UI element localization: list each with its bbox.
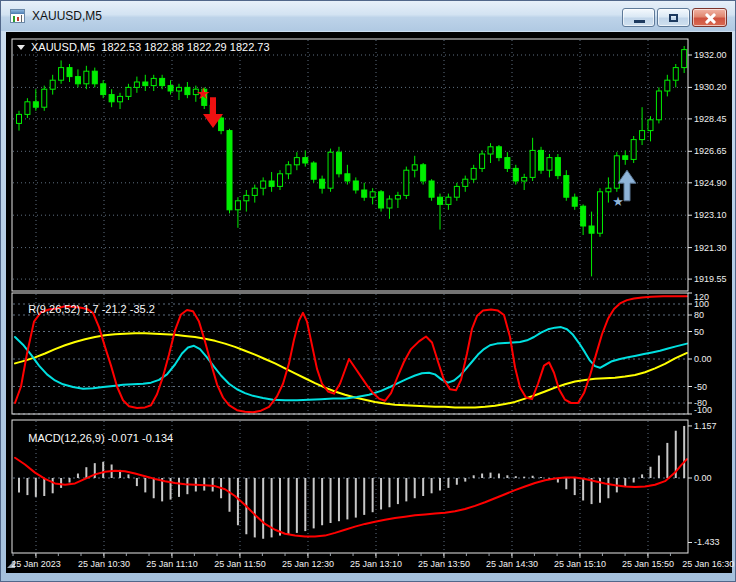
macd-label: MACD(12,26,9) -0.071 -0.134: [16, 423, 173, 453]
oscillator-axis-label: -50: [694, 382, 707, 392]
info-open: 1822.53: [101, 41, 141, 53]
info-symbol: XAUUSD,M5: [31, 41, 95, 53]
restore-icon: [669, 14, 678, 22]
price-axis-label: 1930.20: [694, 82, 727, 92]
close-button[interactable]: [692, 8, 727, 27]
info-close: 1822.73: [230, 41, 270, 53]
oscillator-axis-label: 100: [694, 299, 709, 309]
time-axis-label: 25 Jan 12:30: [282, 559, 334, 569]
price-axis-label: 1928.45: [694, 114, 727, 124]
time-axis-label: 25 Jan 15:10: [554, 559, 606, 569]
price-axis-label: 1919.55: [694, 274, 727, 284]
time-axis-label: 25 Jan 10:30: [78, 559, 130, 569]
window-titlebar[interactable]: XAUUSD,M5: [1, 1, 735, 31]
time-axis-label: 25 Jan 2023: [11, 559, 61, 569]
oscillator-label: R(9,26,52) 1.7 -21.2 -35.2: [16, 294, 155, 324]
chart-window: XAUUSD,M5 ★★ XAUUSD,M5 1822.53 1822.88 1…: [0, 0, 736, 582]
oscillator-axis-label: 80: [694, 310, 704, 320]
time-axis-label: 25 Jan 13:50: [418, 559, 470, 569]
price-axis-label: 1921.30: [694, 243, 727, 253]
oscillator-axis-label: 0.00: [694, 354, 712, 364]
macd-axis-label: -1.433: [694, 537, 720, 547]
time-axis-label: 25 Jan 13:10: [350, 559, 402, 569]
time-axis-label: 25 Jan 11:50: [214, 559, 265, 569]
macd-axis-label: 1.157: [694, 421, 717, 431]
time-axis-label: 25 Jan 11:10: [146, 559, 197, 569]
restore-button[interactable]: [657, 8, 690, 27]
ohlc-info: XAUUSD,M5 1822.53 1822.88 1822.29 1822.7…: [17, 41, 270, 53]
price-axis-label: 1926.65: [694, 146, 727, 156]
window-title: XAUUSD,M5: [32, 9, 102, 23]
close-icon: [693, 9, 726, 26]
time-axis-label: 25 Jan 14:30: [486, 559, 538, 569]
macd-axis-label: 0.00: [694, 473, 712, 483]
price-axis-label: 1923.10: [694, 210, 727, 220]
minimize-icon: [634, 20, 645, 23]
symbol-dropdown-icon[interactable]: [17, 45, 25, 50]
time-axis-label: 25 Jan 15:50: [622, 559, 674, 569]
price-axis-label: 1924.90: [694, 178, 727, 188]
minimize-button[interactable]: [622, 8, 655, 27]
chart-icon: [10, 9, 25, 23]
oscillator-axis-label: 50: [694, 327, 704, 337]
oscillator-axis-label: -100: [694, 405, 712, 415]
info-high: 1822.88: [144, 41, 184, 53]
time-axis-label: 25 Jan 16:30: [682, 559, 734, 569]
info-low: 1822.29: [187, 41, 227, 53]
price-axis-label: 1932.00: [694, 50, 727, 60]
